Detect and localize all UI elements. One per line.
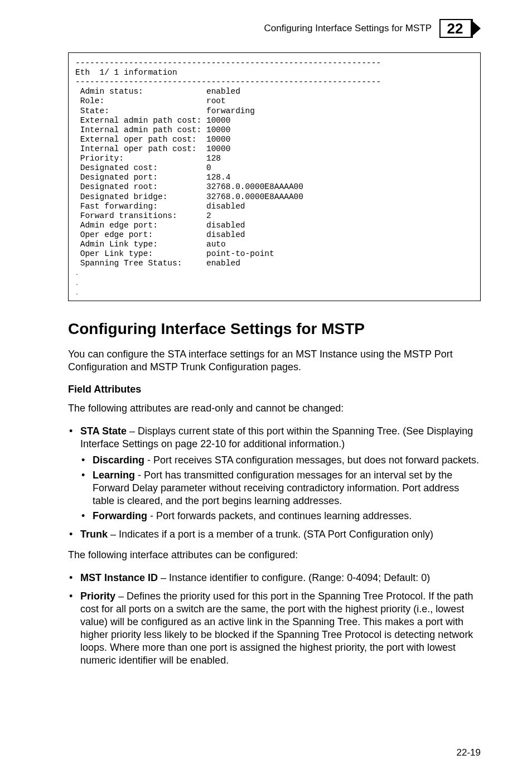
list-item: Forwarding - Port forwards packets, and … [80,510,481,523]
running-header: Configuring Interface Settings for MSTP … [68,17,481,40]
list-item: Discarding - Port receives STA configura… [80,454,481,467]
code-row: Priority: 128 [75,154,221,163]
code-row: Designated cost: 0 [75,163,211,172]
code-row: Admin edge port: disabled [75,221,245,230]
term: MST Instance ID [80,572,158,583]
code-title: Eth 1/ 1 information [75,68,177,77]
field-attributes-heading: Field Attributes [68,384,481,395]
rest: – Defines the priority used for this por… [80,591,473,666]
code-row: Oper edge port: disabled [75,230,245,239]
term: Priority [80,591,115,602]
code-row: Forward transitions: 2 [75,211,211,220]
code-row: Designated bridge: 32768.0.0000E8AAAA00 [75,192,303,201]
list-item: STA State – Displays current state of th… [68,425,481,523]
config-intro: The following interface attributes can b… [68,549,481,562]
rest: - Port receives STA configuration messag… [144,454,479,466]
rest: – Displays current state of this port wi… [80,425,473,449]
code-row: Designated root: 32768.0.0000E8AAAA00 [75,182,303,191]
code-sep: ----------------------------------------… [75,59,381,67]
list-item: MST Instance ID – Instance identifier to… [68,572,481,584]
section-intro: You can configure the STA interface sett… [68,348,481,374]
term: Discarding [93,454,144,466]
vertical-ellipsis-icon: . . . [75,270,79,296]
svg-marker-1 [471,20,481,37]
code-row: State: forwarding [75,107,255,115]
list-item: Trunk – Indicates if a port is a member … [68,528,481,541]
rest: – Indicates if a port is a member of a t… [108,529,433,540]
rest: - Port forwards packets, and continues l… [147,510,412,521]
list-item: Priority – Defines the priority used for… [68,590,481,667]
code-row: Oper Link type: point-to-point [75,249,274,258]
page: Configuring Interface Settings for MSTP … [0,0,532,774]
code-row: Spanning Tree Status: enabled [75,259,240,268]
chapter-number: 22 [447,20,463,37]
code-row: Admin Link type: auto [75,240,226,249]
chapter-badge-icon: 22 [439,17,481,40]
term: Learning [93,470,135,481]
inner-list: Discarding - Port receives STA configura… [80,454,481,523]
page-number: 22-19 [457,747,481,758]
config-list: MST Instance ID – Instance identifier to… [68,572,481,667]
code-sep: ----------------------------------------… [75,78,381,86]
code-row: Designated port: 128.4 [75,173,230,182]
code-row: Role: root [75,96,226,105]
term: Forwarding [93,510,147,521]
list-item: Learning - Port has transmitted configur… [80,469,481,507]
code-row: Admin status: enabled [75,87,240,96]
readonly-list: STA State – Displays current state of th… [68,425,481,541]
code-row: Internal admin path cost: 10000 [75,125,230,134]
term: STA State [80,425,127,437]
readonly-intro: The following attributes are read-only a… [68,402,481,415]
rest: – Instance identifier to configure. (Ran… [158,572,430,583]
code-row: Internal oper path cost: 10000 [75,144,230,153]
cli-output-block: ----------------------------------------… [68,52,481,301]
term: Trunk [80,529,108,540]
code-row: External oper path cost: 10000 [75,135,230,144]
section-title: Configuring Interface Settings for MSTP [68,320,481,338]
code-row: Fast forwarding: disabled [75,202,245,211]
running-title: Configuring Interface Settings for MSTP [264,23,432,34]
code-row: External admin path cost: 10000 [75,116,230,125]
rest: - Port has transmitted configuration mes… [93,470,459,506]
